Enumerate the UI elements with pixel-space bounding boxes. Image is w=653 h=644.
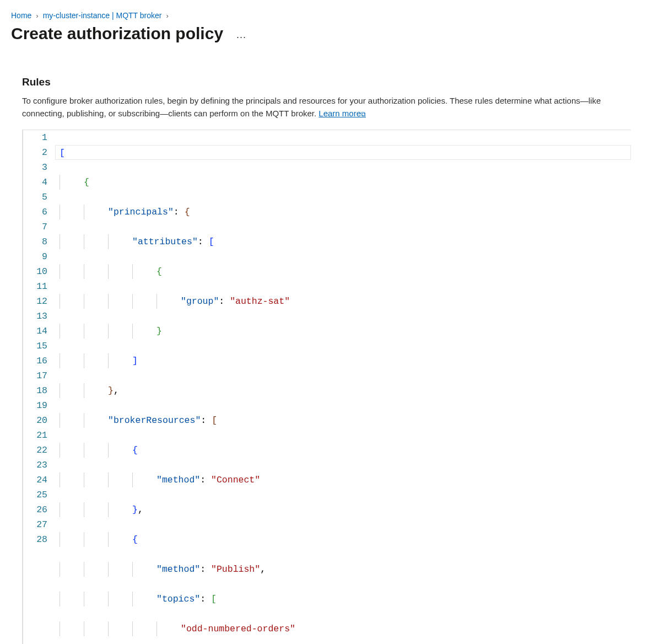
more-icon[interactable]: ··· (236, 25, 246, 43)
breadcrumb-home-link[interactable]: Home (11, 11, 31, 20)
chevron-right-icon: › (166, 12, 168, 20)
learn-more-link[interactable]: Learn more⧉ (319, 109, 366, 118)
code-area[interactable]: [ { "principals": { "attributes": [ { "g… (55, 130, 631, 644)
breadcrumb-cluster-link[interactable]: my-cluster-instance | MQTT broker (43, 11, 162, 20)
external-link-icon: ⧉ (361, 110, 366, 118)
page-title: Create authorization policy (11, 24, 223, 43)
chevron-right-icon: › (36, 12, 38, 20)
breadcrumb: Home › my-cluster-instance | MQTT broker… (11, 11, 642, 20)
page-header: Create authorization policy ··· (11, 24, 642, 43)
rules-description: To configure broker authorization rules,… (22, 95, 631, 120)
section-title-rules: Rules (22, 76, 631, 88)
json-editor[interactable]: 1234567891011121314151617181920212223242… (22, 130, 631, 644)
line-gutter: 1234567891011121314151617181920212223242… (23, 130, 55, 644)
